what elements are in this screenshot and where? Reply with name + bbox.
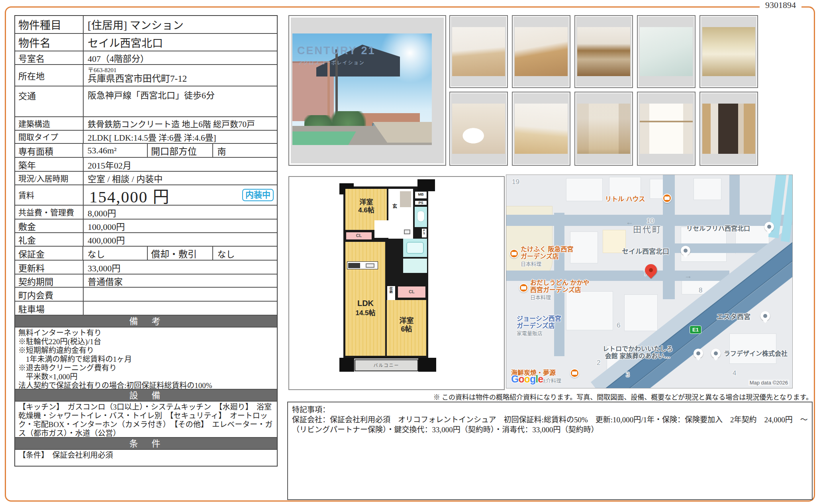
entrance-label: 玄 (392, 204, 397, 210)
condition-section-header: 条 件 (15, 438, 277, 450)
poi-takefuku: たけふく 阪急西宮 ガーデンズ店 日本料理 (521, 246, 573, 268)
table-row: 更新料33,000円 (15, 261, 277, 275)
row-value: セイル西宮北口 (84, 34, 277, 51)
row-label: 保証金 (15, 247, 83, 260)
poi-joshin: ジョーシン西宮 ガーデンズ店 家電量販店 (517, 315, 561, 337)
row-label: 物件名 (15, 34, 84, 51)
photo-thumb-washstand (699, 15, 758, 88)
table-row: 敷金100,000円 (15, 220, 277, 233)
table-row: 賃料 154,000 円 内装中 (15, 185, 277, 206)
bathroom (403, 239, 427, 257)
special-notes-box: 特記事項： 保証会社：保証会社利用必須 オリコフォレントインシュア 初回保証料:… (287, 402, 813, 500)
table-row: 間取タイプ2LDK[ LDK:14.5畳 洋:6畳 洋:4.6畳] (15, 131, 277, 144)
remarks-line: 平米数×1,000円 (18, 373, 274, 381)
postal-code: 〒663-8201 (88, 67, 187, 74)
row-label: 賃料 (15, 185, 84, 205)
row-value (84, 302, 277, 315)
green-bike-lane (292, 131, 356, 145)
remarks-section-body: 無料インターネット有り ※駐輪代220円(税込)/1台 ※短期解約違約金有り 1… (15, 328, 277, 390)
row-label: 号室名 (15, 51, 84, 64)
table-row: 専有面積 53.46m² 開口部方位 南 (15, 144, 277, 158)
poi-rough-design: ラフデザイン株式会社 (724, 350, 788, 357)
google-logo: Google (511, 373, 543, 385)
map-block-number: 19 (512, 178, 519, 186)
floor-plan: CL PS 収納 CL 洋室4.6帖 玄 MB PS LDK14.5帖 洋室6帖… (339, 179, 437, 375)
row-value: 33,000円 (84, 261, 277, 274)
highway-e1-shield: E1 (690, 326, 701, 334)
room2-label: 洋室6帖 (388, 317, 425, 333)
row-value (84, 288, 277, 301)
disclaimer-note: ※ この資料は物件の概略紹介資料になります。写真、間取図面、設備、概要などが現況… (335, 392, 813, 402)
map-building (729, 333, 776, 364)
closet-2: CL (397, 286, 426, 298)
row-value: 400,000円 (84, 233, 277, 246)
map-block-number: 3 (626, 371, 629, 379)
row-label: 更新料 (15, 261, 84, 274)
row-label: 物件種目 (15, 16, 84, 33)
row-label: 共益費・管理費 (15, 206, 84, 219)
wash-nook (403, 228, 413, 237)
place-pin-icon (711, 349, 721, 358)
photo-thumb-western-room (512, 92, 570, 166)
cafe-icon (662, 194, 672, 203)
row-value: なし (83, 247, 147, 260)
row-label: 契約期間 (15, 275, 84, 287)
kitchen-counter (347, 261, 378, 269)
photo-thumb-hallway (512, 15, 570, 88)
document-number: 9301894 (760, 0, 801, 10)
map-building (624, 294, 658, 331)
poi-kaisen-category: 魚介料理 (541, 377, 561, 384)
table-row: 建築構造鉄骨鉄筋コンクリート造 地上6階 総戸数70戸 (15, 117, 277, 131)
row-label: 所在地 (15, 65, 84, 86)
condition-section-body: 【条件】 保証会社利用必須 (15, 450, 277, 466)
map-attribution: Map data ©2026 (748, 380, 789, 386)
poi-odashi-udon: おだしうどん かかや 西宮ガーデンズ店 日本料理 (530, 279, 589, 301)
remarks-line: ※短期解約違約金有り (18, 346, 274, 355)
row-value: 407（4階部分） (84, 51, 277, 64)
poi-sail-nishinomiya: セイル西宮北口 (622, 248, 669, 255)
table-row: 物件種目[住居用] マンション (15, 16, 277, 34)
row-label: 建築構造 (15, 117, 84, 130)
place-pin-icon (764, 222, 774, 231)
row-label: 築年 (15, 158, 84, 171)
row-value-2: なし (213, 247, 277, 260)
poi-retro-hall: レトロでかわいいたしろ 会館 家族葬のあおい… (586, 345, 690, 360)
pipe-space-2: PS (421, 228, 427, 238)
restaurant-icon (519, 283, 528, 292)
map-road (663, 175, 675, 299)
franchise-watermark: アクロスコーポレイション (298, 59, 364, 66)
table-row: 築年2015年02月 (15, 158, 277, 172)
toilet-room (415, 207, 427, 227)
row-value: 阪急神戸線「西宮北口」徒歩6分 (84, 86, 277, 116)
remarks-line: 法人契約で保証会社有りの場合:初回保証料総賃料の100% (18, 381, 274, 390)
photo-thumb-kitchen (574, 15, 633, 88)
closet-1: CL (345, 231, 372, 240)
entrance-porch (400, 191, 411, 207)
row-value: [住居用] マンション (84, 16, 277, 33)
table-row: 物件名セイル西宮北口 (15, 34, 277, 51)
restaurant-icon (570, 369, 579, 378)
map-building (694, 178, 721, 200)
place-pin-icon (694, 349, 703, 358)
photo-thumb-bathroom (637, 15, 696, 88)
table-row: 保証金 なし 償却・敷引 なし (15, 247, 277, 261)
kitchen-sink (366, 263, 374, 268)
table-row: 礼金400,000円 (15, 233, 277, 247)
remarks-section-header: 備 考 (15, 316, 277, 328)
map-road (729, 175, 740, 220)
toilet-shape (417, 211, 425, 222)
map-block-number: 2 (597, 359, 600, 367)
row-value: 2015年02月 (84, 158, 277, 171)
remarks-line: 1年未満の解約で総賃料の1ヶ月 (18, 355, 274, 364)
map-block-number: 4 (733, 369, 736, 377)
corridor (374, 220, 390, 238)
map-block-number: 8 (699, 286, 702, 294)
row-value-2: 南 (213, 144, 277, 157)
row-label: 間取タイプ (15, 131, 84, 143)
map-block-number: 6 (617, 322, 620, 329)
washroom (403, 259, 427, 273)
row-label-2: 開口部方位 (147, 144, 214, 157)
table-row: 共益費・管理費8,000円 (15, 206, 277, 220)
main-exterior-photo: CENTURY 21 アクロスコーポレイション (288, 15, 446, 166)
row-label: 町内会費 (15, 288, 84, 301)
